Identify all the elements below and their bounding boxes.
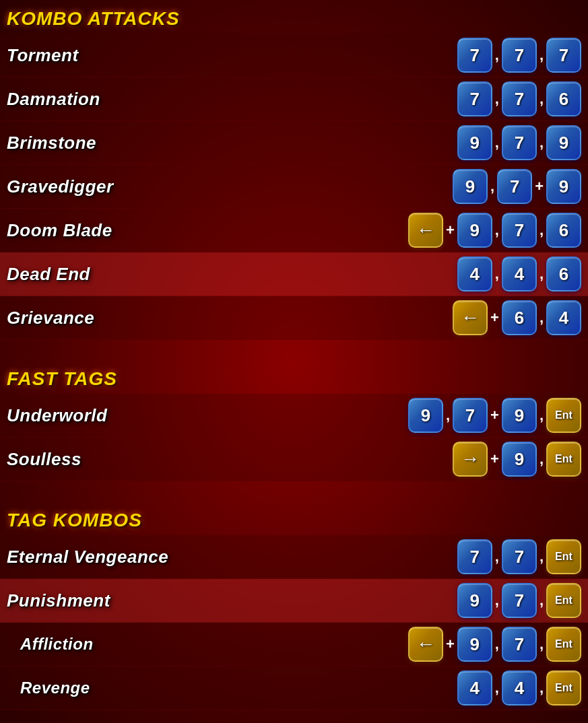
separator-fast-tags-0-1: , bbox=[445, 407, 451, 424]
separator-kombo-attacks-4-5: , bbox=[538, 221, 545, 239]
section-header-kombo-attacks: KOMBO ATTACKS bbox=[0, 0, 588, 34]
separator-tag-kombos-3-3: , bbox=[538, 679, 545, 697]
separator-kombo-attacks-1-3: , bbox=[538, 90, 545, 108]
btn-blue-tag-kombos-2-2[interactable]: 9 bbox=[457, 627, 492, 662]
move-row-kombo-attacks-3: Gravedigger9,7+9 bbox=[0, 165, 588, 209]
btn-blue-kombo-attacks-1-4[interactable]: 6 bbox=[546, 81, 581, 116]
move-inputs-kombo-attacks-5: 4,4,6 bbox=[457, 256, 581, 291]
btn-blue-kombo-attacks-4-4[interactable]: 7 bbox=[502, 213, 537, 248]
separator-kombo-attacks-3-1: , bbox=[489, 178, 496, 195]
separator-kombo-attacks-2-3: , bbox=[538, 134, 545, 151]
btn-blue-tag-kombos-3-0[interactable]: 4 bbox=[457, 670, 492, 705]
separator-kombo-attacks-5-1: , bbox=[494, 265, 500, 283]
separator-kombo-attacks-6-3: , bbox=[538, 309, 545, 326]
btn-blue-kombo-attacks-5-2[interactable]: 4 bbox=[502, 256, 537, 291]
btn-blue-kombo-attacks-2-4[interactable]: 9 bbox=[546, 125, 581, 160]
btn-blue-tag-kombos-1-2[interactable]: 7 bbox=[502, 583, 537, 618]
move-name-tag-kombos-1: Punishment bbox=[7, 590, 110, 611]
move-row-tag-kombos-0: Eternal Vengeance7,7,Ent bbox=[0, 535, 588, 579]
separator-tag-kombos-1-3: , bbox=[538, 592, 545, 609]
btn-blue-kombo-attacks-0-2[interactable]: 7 bbox=[502, 38, 537, 73]
separator-fast-tags-0-3: + bbox=[489, 407, 500, 424]
btn-blue-kombo-attacks-0-4[interactable]: 7 bbox=[546, 38, 581, 73]
move-row-kombo-attacks-6: Grievance←+6,4 bbox=[0, 296, 588, 340]
move-name-kombo-attacks-2: Brimstone bbox=[7, 133, 96, 153]
btn-enter-fast-tags-0-6[interactable]: Ent bbox=[546, 398, 581, 433]
btn-blue-kombo-attacks-3-0[interactable]: 9 bbox=[453, 169, 488, 204]
btn-blue-fast-tags-0-0[interactable]: 9 bbox=[408, 398, 443, 433]
btn-blue-kombo-attacks-2-0[interactable]: 9 bbox=[457, 125, 492, 160]
btn-blue-kombo-attacks-0-0[interactable]: 7 bbox=[457, 38, 492, 73]
btn-blue-kombo-attacks-3-2[interactable]: 7 bbox=[497, 169, 532, 204]
move-inputs-kombo-attacks-2: 9,7,9 bbox=[457, 125, 581, 160]
move-name-kombo-attacks-4: Doom Blade bbox=[7, 220, 112, 241]
btn-enter-tag-kombos-2-6[interactable]: Ent bbox=[546, 627, 581, 662]
spacer-0 bbox=[0, 340, 588, 360]
btn-enter-tag-kombos-3-4[interactable]: Ent bbox=[546, 670, 581, 705]
btn-blue-kombo-attacks-2-2[interactable]: 7 bbox=[502, 125, 537, 160]
move-inputs-kombo-attacks-4: ←+9,7,6 bbox=[408, 213, 581, 248]
separator-kombo-attacks-2-1: , bbox=[494, 134, 500, 151]
btn-blue-kombo-attacks-6-2[interactable]: 6 bbox=[502, 300, 537, 335]
move-name-tag-kombos-3: Revenge bbox=[7, 679, 90, 697]
move-inputs-fast-tags-1: →+9,Ent bbox=[453, 442, 581, 477]
btn-blue-tag-kombos-2-4[interactable]: 7 bbox=[502, 627, 537, 662]
move-name-kombo-attacks-0: Torment bbox=[7, 45, 79, 66]
separator-tag-kombos-1-1: , bbox=[494, 592, 500, 609]
move-inputs-kombo-attacks-6: ←+6,4 bbox=[453, 300, 581, 335]
move-row-kombo-attacks-2: Brimstone9,7,9 bbox=[0, 121, 588, 165]
separator-kombo-attacks-0-3: , bbox=[538, 46, 545, 64]
btn-gold-tag-kombos-2-0[interactable]: ← bbox=[408, 627, 443, 662]
btn-gold-kombo-attacks-6-0[interactable]: ← bbox=[453, 300, 488, 335]
move-name-tag-kombos-0: Eternal Vengeance bbox=[7, 547, 168, 567]
move-name-kombo-attacks-6: Grievance bbox=[7, 308, 94, 329]
btn-blue-kombo-attacks-4-6[interactable]: 6 bbox=[546, 213, 581, 248]
btn-blue-kombo-attacks-3-4[interactable]: 9 bbox=[546, 169, 581, 204]
move-row-tag-kombos-1: Punishment9,7,Ent bbox=[0, 579, 588, 623]
btn-blue-fast-tags-1-2[interactable]: 9 bbox=[502, 442, 537, 477]
move-inputs-kombo-attacks-0: 7,7,7 bbox=[457, 38, 581, 73]
btn-blue-tag-kombos-1-0[interactable]: 9 bbox=[457, 583, 492, 618]
separator-kombo-attacks-0-1: , bbox=[494, 46, 500, 64]
btn-blue-kombo-attacks-4-2[interactable]: 9 bbox=[457, 213, 492, 248]
separator-tag-kombos-0-1: , bbox=[494, 548, 500, 565]
move-name-fast-tags-1: Soulless bbox=[7, 449, 81, 470]
btn-blue-kombo-attacks-1-2[interactable]: 7 bbox=[502, 81, 537, 116]
btn-enter-tag-kombos-0-4[interactable]: Ent bbox=[546, 539, 581, 574]
btn-blue-fast-tags-0-4[interactable]: 9 bbox=[502, 398, 537, 433]
move-inputs-fast-tags-0: 9,7+9,Ent bbox=[408, 398, 581, 433]
move-row-fast-tags-0: Underworld9,7+9,Ent bbox=[0, 394, 588, 438]
btn-enter-fast-tags-1-4[interactable]: Ent bbox=[546, 442, 581, 477]
btn-blue-tag-kombos-0-0[interactable]: 7 bbox=[457, 539, 492, 574]
btn-blue-kombo-attacks-5-0[interactable]: 4 bbox=[457, 256, 492, 291]
btn-blue-kombo-attacks-5-4[interactable]: 6 bbox=[546, 256, 581, 291]
move-row-fast-tags-1: Soulless→+9,Ent bbox=[0, 438, 588, 481]
btn-blue-tag-kombos-0-2[interactable]: 7 bbox=[502, 539, 537, 574]
btn-blue-kombo-attacks-1-0[interactable]: 7 bbox=[457, 81, 492, 116]
btn-blue-tag-kombos-3-2[interactable]: 4 bbox=[502, 670, 537, 705]
move-name-kombo-attacks-5: Dead End bbox=[7, 264, 90, 285]
move-row-kombo-attacks-1: Damnation7,7,6 bbox=[0, 77, 588, 121]
btn-gold-fast-tags-1-0[interactable]: → bbox=[453, 442, 488, 477]
move-inputs-kombo-attacks-3: 9,7+9 bbox=[453, 169, 581, 204]
move-name-tag-kombos-2: Affliction bbox=[7, 635, 94, 654]
separator-fast-tags-1-3: , bbox=[538, 450, 545, 468]
move-inputs-tag-kombos-2: ←+9,7,Ent bbox=[408, 627, 581, 662]
separator-kombo-attacks-4-1: + bbox=[445, 221, 456, 239]
separator-kombo-attacks-6-1: + bbox=[489, 309, 500, 326]
spacer-1 bbox=[0, 481, 588, 502]
separator-kombo-attacks-4-3: , bbox=[494, 221, 500, 239]
move-name-kombo-attacks-3: Gravedigger bbox=[7, 176, 114, 197]
move-inputs-tag-kombos-0: 7,7,Ent bbox=[457, 539, 581, 574]
separator-fast-tags-0-5: , bbox=[538, 407, 545, 424]
move-row-kombo-attacks-5: Dead End4,4,6 bbox=[0, 252, 588, 296]
btn-blue-fast-tags-0-2[interactable]: 7 bbox=[453, 398, 488, 433]
separator-tag-kombos-2-5: , bbox=[538, 635, 545, 653]
separator-tag-kombos-2-3: , bbox=[494, 635, 500, 653]
move-name-fast-tags-0: Underworld bbox=[7, 405, 107, 426]
btn-blue-kombo-attacks-6-4[interactable]: 4 bbox=[546, 300, 581, 335]
section-header-tag-kombos: TAG KOMBOS bbox=[0, 502, 588, 535]
btn-gold-kombo-attacks-4-0[interactable]: ← bbox=[408, 213, 443, 248]
btn-enter-tag-kombos-1-4[interactable]: Ent bbox=[546, 583, 581, 618]
move-row-kombo-attacks-0: Torment7,7,7 bbox=[0, 34, 588, 77]
